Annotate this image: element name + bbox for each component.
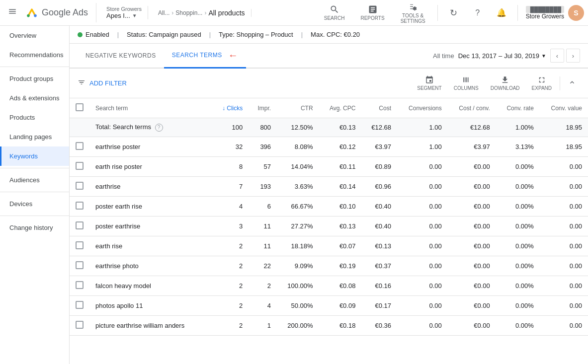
expand-btn[interactable]: EXPAND [528,73,556,93]
row-checkbox[interactable] [76,321,84,329]
date-dropdown-icon: ▼ [541,53,546,59]
row-conv-rate: 0.00% [496,256,540,276]
row-conversions: 0.00 [397,315,448,335]
help-btn[interactable]: ? [470,5,486,21]
account-selector[interactable]: Store Growers Apes I... ▼ [100,6,148,19]
enabled-label: Enabled [85,31,109,38]
collapse-btn[interactable] [564,76,580,90]
row-checkbox[interactable] [76,202,84,210]
columns-btn[interactable]: COLUMNS [450,73,483,93]
sidebar-item-ads-extensions[interactable]: Ads & extensions [0,88,69,108]
col-clicks[interactable]: ↓ Clicks [212,98,249,118]
row-conv-value: 0.00 [540,156,588,176]
refresh-btn[interactable]: ↻ [446,5,462,21]
status-enabled: Enabled [78,31,109,38]
download-btn[interactable]: DOWNLOAD [487,73,524,93]
tab-search-terms[interactable]: SEARCH TERMS ← [164,44,246,69]
row-impr: 4 [249,295,277,315]
add-filter-button[interactable]: ADD FILTER [89,79,127,87]
table-row: picture earthrise william anders 2 1 200… [70,315,588,335]
col-cost[interactable]: Cost [361,98,397,118]
row-clicks: 7 [212,176,249,196]
row-avg-cpc: €0.09 [319,295,362,315]
row-checkbox[interactable] [76,281,84,289]
sidebar-item-change-history[interactable]: Change history [0,218,69,237]
row-cost: €0.36 [361,315,397,335]
toolbar-divider [560,76,560,90]
menu-icon[interactable] [4,3,21,22]
table-total-row: Total: Search terms ? 100 800 12.50% €0.… [70,118,588,137]
sidebar-item-overview[interactable]: Overview [0,26,69,45]
row-cost-conv: €0.00 [448,256,496,276]
table-row: earth rise poster 8 57 14.04% €0.11 €0.8… [70,156,588,176]
row-ctr: 8.08% [277,137,319,156]
total-clicks: 100 [212,118,249,137]
breadcrumb-item-1: All... [158,9,169,16]
row-cost: €0.17 [361,295,397,315]
segment-btn[interactable]: SEGMENT [413,73,445,93]
col-conv-value[interactable]: Conv. value [540,98,588,118]
account-sub-name: Apes I... [106,12,130,19]
row-conversions: 0.00 [397,156,448,176]
row-clicks: 2 [212,256,249,276]
col-ctr[interactable]: CTR [277,98,319,118]
user-avatar[interactable]: S [568,5,584,21]
row-impr: 11 [249,236,277,256]
type-divider: | [209,31,211,38]
row-checkbox[interactable] [76,162,84,170]
tools-settings-label: TOOLS & SETTINGS [401,13,425,24]
reports-label: REPORTS [360,15,384,21]
search-tool-btn[interactable]: SEARCH [320,2,349,23]
sidebar-item-landing-pages[interactable]: Landing pages [0,127,69,146]
row-checkbox[interactable] [76,261,84,269]
row-checkbox[interactable] [76,221,84,229]
row-checkbox[interactable] [76,182,84,190]
table-row: poster earthrise 3 11 27.27% €0.13 €0.40… [70,216,588,236]
tab-negative-keywords[interactable]: NEGATIVE KEYWORDS [78,46,164,67]
row-conversions: 0.00 [397,276,448,295]
sidebar-item-products[interactable]: Products [0,108,69,127]
col-conv-rate[interactable]: Conv. rate [496,98,540,118]
col-avg-cpc[interactable]: Avg. CPC [319,98,362,118]
filter-icon [78,78,85,88]
row-avg-cpc: €0.08 [319,276,362,295]
row-ctr: 9.09% [277,256,319,276]
row-avg-cpc: €0.13 [319,216,362,236]
row-checkbox-cell [70,216,89,236]
row-checkbox-cell [70,176,89,196]
date-next-btn[interactable]: › [566,49,580,63]
sidebar-item-product-groups[interactable]: Product groups [0,69,69,88]
sidebar-divider-1 [0,67,69,67]
col-impr[interactable]: Impr. [249,98,277,118]
row-clicks: 32 [212,137,249,156]
row-checkbox[interactable] [76,142,84,150]
sidebar-item-audiences[interactable]: Audiences [0,170,69,190]
table-container: Search term ↓ Clicks Impr. CTR Avg. CPC … [70,98,588,336]
date-range-selector[interactable]: Dec 13, 2017 – Jul 30, 2019 ▼ [458,52,546,60]
row-avg-cpc: €0.19 [319,256,362,276]
sidebar-item-devices[interactable]: Devices [0,194,69,214]
sidebar-item-keywords[interactable]: Keywords ◀ [0,146,69,166]
row-clicks: 2 [212,315,249,335]
row-search-term: poster earth rise [89,196,212,216]
col-conversions[interactable]: Conversions [397,98,448,118]
col-cost-conv[interactable]: Cost / conv. [448,98,496,118]
row-cost-conv: €0.00 [448,315,496,335]
row-ctr: 200.00% [277,315,319,335]
sidebar-item-recommendations[interactable]: Recommendations [0,45,69,65]
reports-tool-btn[interactable]: REPORTS [356,2,388,23]
row-avg-cpc: €0.07 [319,236,362,256]
total-help-icon[interactable]: ? [155,124,163,132]
row-checkbox[interactable] [76,301,84,309]
breadcrumb-current: All products [208,9,245,17]
tools-settings-btn[interactable]: TOOLS & SETTINGS [397,0,429,26]
notifications-btn[interactable]: 🔔 [494,5,509,21]
total-conversions: 1.00 [397,118,448,137]
row-cost: €0.13 [361,236,397,256]
row-conv-rate: 0.00% [496,156,540,176]
row-cost: €3.97 [361,137,397,156]
row-conv-value: 0.00 [540,315,588,335]
date-prev-btn[interactable]: ‹ [550,49,564,63]
row-checkbox[interactable] [76,241,84,249]
select-all-checkbox[interactable] [76,103,84,111]
